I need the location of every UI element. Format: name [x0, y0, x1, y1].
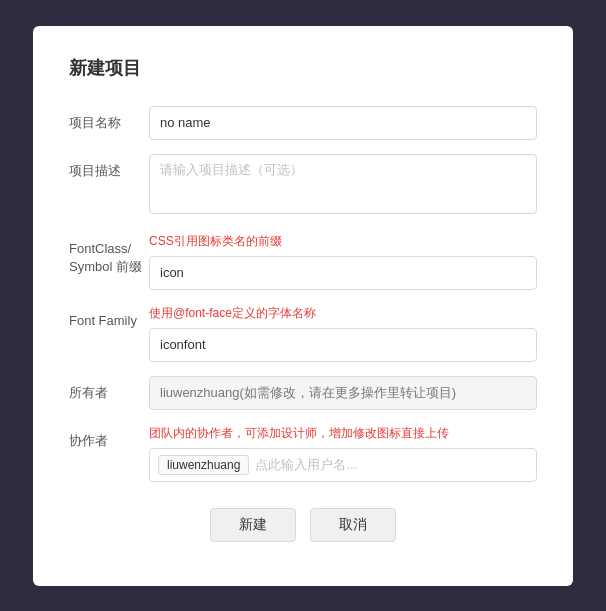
modal-title: 新建项目	[69, 56, 537, 80]
modal-container: 新建项目 项目名称 项目描述 FontClass/ Symbol 前缀 CSS引…	[33, 26, 573, 586]
font-family-content: 使用@font-face定义的字体名称	[149, 304, 537, 362]
owner-input	[149, 376, 537, 410]
font-class-label: FontClass/ Symbol 前缀	[69, 232, 149, 276]
collaborators-row: 协作者 团队内的协作者，可添加设计师，增加修改图标直接上传 liuwenzhua…	[69, 424, 537, 482]
collaborators-content: 团队内的协作者，可添加设计师，增加修改图标直接上传 liuwenzhuang	[149, 424, 537, 482]
collaborator-tag: liuwenzhuang	[158, 455, 249, 475]
font-family-label: Font Family	[69, 304, 149, 330]
create-button[interactable]: 新建	[210, 508, 296, 542]
footer-buttons: 新建 取消	[69, 508, 537, 542]
font-class-input[interactable]	[149, 256, 537, 290]
project-name-label: 项目名称	[69, 106, 149, 132]
collaborators-label: 协作者	[69, 424, 149, 450]
owner-content	[149, 376, 537, 410]
cancel-button[interactable]: 取消	[310, 508, 396, 542]
collaborator-name: liuwenzhuang	[167, 458, 240, 472]
project-name-content	[149, 106, 537, 140]
font-family-row: Font Family 使用@font-face定义的字体名称	[69, 304, 537, 362]
font-class-content: CSS引用图标类名的前缀	[149, 232, 537, 290]
project-desc-label: 项目描述	[69, 154, 149, 180]
project-desc-row: 项目描述	[69, 154, 537, 218]
font-family-hint: 使用@font-face定义的字体名称	[149, 304, 537, 322]
collaborators-hint: 团队内的协作者，可添加设计师，增加修改图标直接上传	[149, 424, 537, 442]
collaborator-input[interactable]	[255, 457, 528, 472]
font-class-hint: CSS引用图标类名的前缀	[149, 232, 537, 250]
project-name-row: 项目名称	[69, 106, 537, 140]
project-desc-content	[149, 154, 537, 218]
project-desc-input[interactable]	[149, 154, 537, 214]
owner-row: 所有者	[69, 376, 537, 410]
owner-label: 所有者	[69, 376, 149, 402]
font-class-row: FontClass/ Symbol 前缀 CSS引用图标类名的前缀	[69, 232, 537, 290]
font-family-input[interactable]	[149, 328, 537, 362]
collaborators-section[interactable]: liuwenzhuang	[149, 448, 537, 482]
project-name-input[interactable]	[149, 106, 537, 140]
